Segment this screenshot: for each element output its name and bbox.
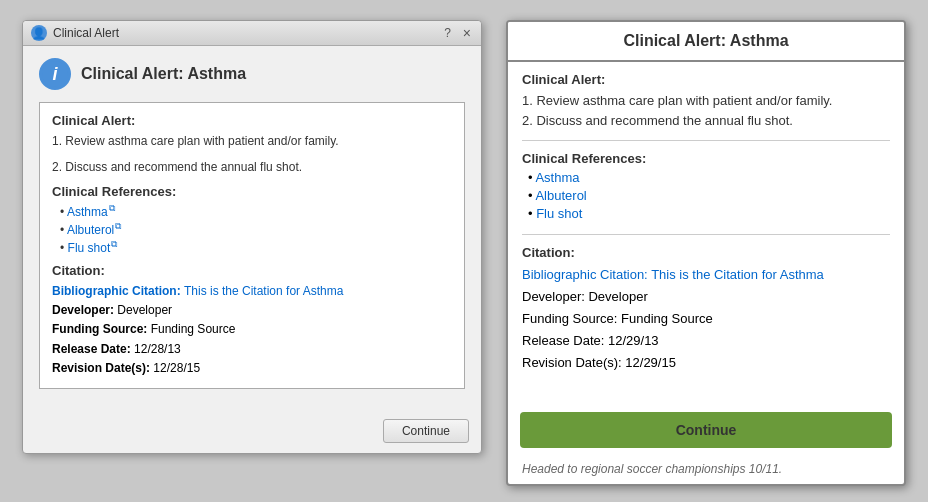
references-list: Asthma Albuterol Flu shot — [60, 203, 452, 255]
right-citation-label: Citation: — [522, 245, 890, 260]
right-biblio: Bibliographic Citation: This is the Cita… — [522, 267, 824, 282]
dialog-content: i Clinical Alert: Asthma Clinical Alert:… — [23, 46, 481, 411]
dialog-main-title: Clinical Alert: Asthma — [81, 65, 246, 83]
list-item: Albuterol — [60, 221, 452, 237]
biblio-label: Bibliographic Citation: — [52, 284, 184, 298]
right-developer-value: Developer — [588, 289, 647, 304]
right-developer-label: Developer: — [522, 289, 588, 304]
clinical-alert-line2: 2. Discuss and recommend the annual flu … — [52, 158, 452, 176]
help-button[interactable]: ? — [440, 26, 455, 40]
right-release-label: Release Date: — [522, 333, 608, 348]
right-references-section: Clinical References: Asthma Albuterol Fl… — [522, 151, 890, 235]
list-item: Asthma — [528, 170, 890, 185]
revision-label: Revision Date(s): — [52, 361, 153, 375]
right-revision-label: Revision Date(s): — [522, 355, 625, 370]
release-label: Release Date: — [52, 342, 134, 356]
revision-value: 12/28/15 — [153, 361, 200, 375]
right-funding-value: Funding Source — [621, 311, 713, 326]
dialog-header: i Clinical Alert: Asthma — [39, 58, 465, 90]
content-box: Clinical Alert: 1. Review asthma care pl… — [39, 102, 465, 389]
clinical-alert-label: Clinical Alert: — [52, 113, 452, 128]
right-citation-text: Bibliographic Citation: This is the Cita… — [522, 264, 890, 374]
biblio-value: This is the Citation for Asthma — [184, 284, 343, 298]
right-clinical-alert-dialog: Clinical Alert: Asthma Clinical Alert: 1… — [506, 20, 906, 486]
citation-text: Bibliographic Citation: This is the Cita… — [52, 282, 452, 378]
right-references-list: Asthma Albuterol Flu shot — [528, 170, 890, 221]
right-clinical-alert-section: Clinical Alert: 1. Review asthma care pl… — [522, 72, 890, 141]
right-biblio-value: This is the Citation for Asthma — [651, 267, 824, 282]
release-value: 12/28/13 — [134, 342, 181, 356]
right-clinical-alert-line2: 2. Discuss and recommend the annual flu … — [522, 111, 890, 131]
developer-label: Developer: — [52, 303, 117, 317]
titlebar-title: Clinical Alert — [53, 26, 434, 40]
info-icon: i — [39, 58, 71, 90]
list-item: Albuterol — [528, 188, 890, 203]
right-dialog-title: Clinical Alert: Asthma — [623, 32, 788, 49]
titlebar: 👤 Clinical Alert ? × — [23, 21, 481, 46]
albuterol-link[interactable]: Albuterol — [67, 223, 121, 237]
right-dialog-footer: Continue — [508, 404, 904, 458]
list-item: Flu shot — [60, 239, 452, 255]
right-clinical-alert-line1: 1. Review asthma care plan with patient … — [522, 91, 890, 111]
developer-value: Developer — [117, 303, 172, 317]
list-item: Flu shot — [528, 206, 890, 221]
close-button[interactable]: × — [461, 26, 473, 40]
clinical-references-label: Clinical References: — [52, 184, 452, 199]
right-biblio-label: Bibliographic Citation: — [522, 267, 651, 282]
right-clinical-alert-label: Clinical Alert: — [522, 72, 890, 87]
dialog-footer: Continue — [23, 411, 481, 453]
right-dialog-bottom-text: Headed to regional soccer championships … — [508, 458, 904, 484]
flu-shot-link[interactable]: Flu shot — [68, 241, 118, 255]
right-albuterol-link[interactable]: Albuterol — [535, 188, 586, 203]
asthma-link[interactable]: Asthma — [67, 205, 115, 219]
list-item: Asthma — [60, 203, 452, 219]
right-revision-value: 12/29/15 — [625, 355, 676, 370]
funding-value: Funding Source — [151, 322, 236, 336]
right-asthma-link[interactable]: Asthma — [535, 170, 579, 185]
right-funding-label: Funding Source: — [522, 311, 621, 326]
funding-label: Funding Source: — [52, 322, 151, 336]
right-citation-section: Citation: Bibliographic Citation: This i… — [522, 245, 890, 384]
right-references-label: Clinical References: — [522, 151, 890, 166]
person-icon: 👤 — [31, 25, 47, 41]
right-dialog-header: Clinical Alert: Asthma — [508, 22, 904, 62]
left-clinical-alert-dialog: 👤 Clinical Alert ? × i Clinical Alert: A… — [22, 20, 482, 454]
right-dialog-content: Clinical Alert: 1. Review asthma care pl… — [508, 62, 904, 404]
right-continue-button[interactable]: Continue — [520, 412, 892, 448]
right-release-value: 12/29/13 — [608, 333, 659, 348]
biblio-citation: Bibliographic Citation: This is the Cita… — [52, 284, 343, 298]
continue-button[interactable]: Continue — [383, 419, 469, 443]
right-flu-shot-link[interactable]: Flu shot — [536, 206, 582, 221]
clinical-alert-line1: 1. Review asthma care plan with patient … — [52, 132, 452, 150]
citation-label: Citation: — [52, 263, 452, 278]
